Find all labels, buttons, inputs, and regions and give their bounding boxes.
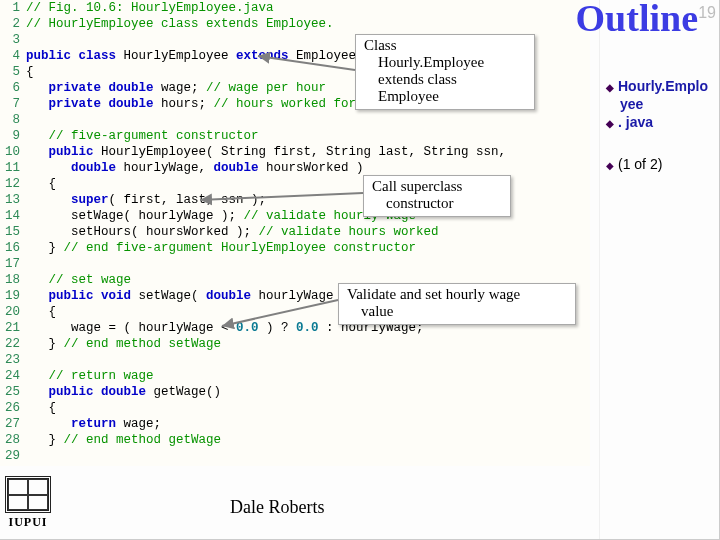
code-line: 26 { <box>0 400 590 416</box>
bullet-icon: ◆ <box>606 118 614 129</box>
code-token: } <box>26 337 64 351</box>
code-token: wage = ( hourlyWage < <box>26 321 236 335</box>
code-token: setWage( hourlyWage ); <box>26 209 244 223</box>
outline-item: ◆ Hourly.Emplo <box>606 78 716 94</box>
bullet-icon: ◆ <box>606 82 614 93</box>
outline-list: ◆ Hourly.Emplo yee ◆ . java ◆ (1 of 2) <box>606 78 716 174</box>
line-number: 3 <box>0 32 20 48</box>
code-token <box>26 273 49 287</box>
line-number: 9 <box>0 128 20 144</box>
callout-line: constructor <box>372 195 502 212</box>
code-token: // set wage <box>49 273 132 287</box>
outline-item: ◆ . java <box>606 114 716 130</box>
code-token: // wage per hour <box>206 81 326 95</box>
code-token: double <box>71 161 124 175</box>
code-token: // validate hours worked <box>259 225 439 239</box>
code-line: 23 <box>0 352 590 368</box>
line-number: 16 <box>0 240 20 256</box>
iupui-logo: IUPUI <box>6 476 50 530</box>
code-token: // HourlyEmployee class extends Employee… <box>26 17 334 31</box>
code-token: hourlyWage ) <box>259 289 349 303</box>
code-token: setWage( <box>139 289 207 303</box>
code-token: hours; <box>161 97 214 111</box>
code-line: 15 setHours( hoursWorked ); // validate … <box>0 224 590 240</box>
code-token: { <box>26 401 56 415</box>
outline-item-label: . java <box>618 114 653 130</box>
line-number: 29 <box>0 448 20 464</box>
line-number: 7 <box>0 96 20 112</box>
code-token <box>26 145 49 159</box>
code-token <box>26 289 49 303</box>
line-number: 17 <box>0 256 20 272</box>
callout-validate-wage: Validate and set hourly wage value <box>338 283 576 325</box>
code-token <box>26 417 71 431</box>
line-number: 6 <box>0 80 20 96</box>
code-line: 22 } // end method setWage <box>0 336 590 352</box>
code-token: { <box>26 305 56 319</box>
code-token: // end method getWage <box>64 433 222 447</box>
line-number: 26 <box>0 400 20 416</box>
line-number: 27 <box>0 416 20 432</box>
line-number: 14 <box>0 208 20 224</box>
code-token: public void <box>49 289 139 303</box>
code-line: 24 // return wage <box>0 368 590 384</box>
code-token: ( first, last, ssn ); <box>109 193 267 207</box>
code-token: 0.0 <box>296 321 319 335</box>
code-line: 17 <box>0 256 590 272</box>
callout-line: value <box>347 303 567 320</box>
line-number: 12 <box>0 176 20 192</box>
code-token: extends <box>236 49 296 63</box>
line-number: 28 <box>0 432 20 448</box>
bullet-icon: ◆ <box>606 160 614 171</box>
code-line: 25 public double getWage() <box>0 384 590 400</box>
code-token: // five-argument constructor <box>49 129 259 143</box>
code-token <box>26 385 49 399</box>
code-line: 16 } // end five-argument HourlyEmployee… <box>0 240 590 256</box>
code-line: 28 } // end method getWage <box>0 432 590 448</box>
slide: 1// Fig. 10.6: HourlyEmployee.java2// Ho… <box>0 0 720 540</box>
callout-line: Call superclass <box>372 178 502 195</box>
line-number: 11 <box>0 160 20 176</box>
footer-author: Dale Roberts <box>230 497 324 518</box>
logo-crest-icon <box>5 476 51 513</box>
callout-line: Employee <box>364 88 526 105</box>
outline-title: Outline <box>576 0 698 40</box>
code-line: 1// Fig. 10.6: HourlyEmployee.java <box>0 0 590 16</box>
line-number: 25 <box>0 384 20 400</box>
code-token: } <box>26 241 64 255</box>
callout-line: Validate and set hourly wage <box>347 286 567 303</box>
code-token: { <box>26 177 56 191</box>
callout-super-constructor: Call superclass constructor <box>363 175 511 217</box>
code-token: Employee <box>296 49 356 63</box>
callout-class-extends: Class Hourly.Employee extends class Empl… <box>355 34 535 110</box>
code-token <box>26 129 49 143</box>
line-number: 20 <box>0 304 20 320</box>
code-token: wage; <box>161 81 206 95</box>
outline-item-label: yee <box>620 96 643 112</box>
line-number: 1 <box>0 0 20 16</box>
code-token <box>26 161 71 175</box>
outline-progress: ◆ (1 of 2) <box>606 156 716 172</box>
code-token: // Fig. 10.6: HourlyEmployee.java <box>26 1 274 15</box>
code-token: 0.0 <box>236 321 259 335</box>
callout-line: Class <box>364 37 526 54</box>
code-token: { <box>26 65 34 79</box>
code-token: public <box>49 145 102 159</box>
code-line: 27 return wage; <box>0 416 590 432</box>
slide-number: 19 <box>698 4 716 22</box>
code-token: // return wage <box>49 369 154 383</box>
callout-line: extends class <box>364 71 526 88</box>
code-token: public double <box>49 385 154 399</box>
code-line: 8 <box>0 112 590 128</box>
line-number: 8 <box>0 112 20 128</box>
line-number: 23 <box>0 352 20 368</box>
code-token: double <box>214 161 267 175</box>
code-line: 29 <box>0 448 590 464</box>
line-number: 21 <box>0 320 20 336</box>
line-number: 5 <box>0 64 20 80</box>
code-token: double <box>206 289 259 303</box>
code-token <box>26 369 49 383</box>
code-line: 9 // five-argument constructor <box>0 128 590 144</box>
line-number: 22 <box>0 336 20 352</box>
line-number: 18 <box>0 272 20 288</box>
